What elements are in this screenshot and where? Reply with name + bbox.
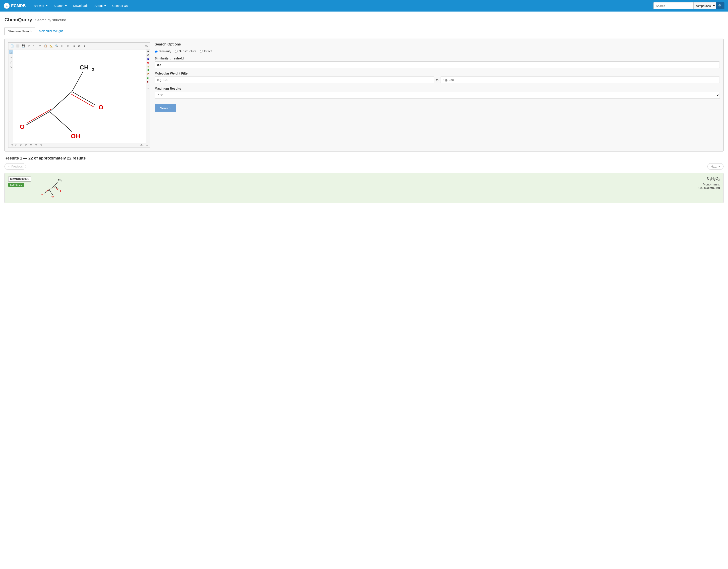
settings-button[interactable]: ⚙: [76, 43, 81, 48]
pagination-bar: ← Previous Next →: [4, 163, 724, 170]
zoom-out-tool[interactable]: -: [9, 75, 13, 79]
ring-tool-2[interactable]: ⬡: [20, 144, 23, 147]
tab-structure-search[interactable]: Structure Search: [4, 28, 35, 35]
paste-button[interactable]: 📐: [49, 43, 53, 48]
nav-links: Browse Search Downloads About Contact Us: [31, 2, 653, 9]
result-molecule-svg: CH 3 O O OH: [37, 177, 73, 199]
similarity-threshold-input[interactable]: [155, 61, 720, 68]
mw-min-input[interactable]: [155, 77, 434, 83]
nav-about[interactable]: About: [92, 2, 109, 9]
search-input[interactable]: [653, 2, 693, 9]
info-button[interactable]: ℹ: [82, 43, 87, 48]
svg-text:CH: CH: [80, 64, 89, 71]
atom-F[interactable]: F: [147, 69, 149, 72]
hydrogen-button[interactable]: H≡: [71, 43, 76, 48]
ecmdb-logo-icon: E: [4, 3, 10, 9]
scroll-bottom[interactable]: ⬇: [145, 144, 149, 147]
bond-tool[interactable]: ╱: [9, 60, 13, 64]
prev-button[interactable]: ← Previous: [4, 163, 26, 170]
mw-to-label: to: [436, 78, 438, 82]
expand-bottom-icon[interactable]: ⬚: [10, 144, 13, 147]
atom-wildcard[interactable]: *: [148, 88, 149, 91]
brand-logo[interactable]: E ECMDB: [4, 3, 26, 9]
atom-H[interactable]: H: [147, 50, 149, 53]
svg-text:3: 3: [61, 180, 62, 182]
search-caret-icon: [65, 5, 67, 6]
ring-tool-1[interactable]: ⬡: [15, 144, 18, 147]
max-results-select[interactable]: 10 25 50 100 200 500: [155, 92, 720, 99]
browse-caret-icon: [46, 5, 47, 6]
nav-contact[interactable]: Contact Us: [110, 2, 130, 9]
radio-exact[interactable]: Exact: [200, 49, 212, 53]
collapse-icon[interactable]: ◁▷: [139, 144, 144, 147]
expand-button[interactable]: ◁▷: [144, 43, 149, 48]
max-results-group: Maximum Results 10 25 50 100 200 500: [155, 87, 720, 99]
mw-filter-row: to: [155, 77, 720, 83]
svg-text:E: E: [6, 4, 8, 8]
new-file-button[interactable]: 📄: [10, 43, 15, 48]
atom-map-button[interactable]: ⊕: [65, 43, 70, 48]
atom-S[interactable]: S: [147, 65, 149, 68]
sketcher-atom-panel: H C N O S F P Cl Br I *: [146, 49, 150, 143]
tab-molecular-weight[interactable]: Molecular Weight: [35, 28, 66, 35]
result-id-badge[interactable]: M2MDB000001: [8, 177, 31, 181]
svg-line-9: [26, 112, 50, 125]
grid-button[interactable]: ⊞: [60, 43, 65, 48]
eraser-tool[interactable]: ◇: [9, 55, 13, 59]
atom-P[interactable]: P: [147, 73, 149, 75]
svg-line-4: [72, 72, 83, 92]
svg-line-16: [54, 181, 58, 186]
svg-line-6: [71, 94, 94, 107]
redo-button[interactable]: ↪: [32, 43, 37, 48]
open-button[interactable]: ⬜: [15, 43, 20, 48]
ring-tool-5[interactable]: ⬡: [34, 144, 38, 147]
radio-substructure[interactable]: Substructure: [175, 49, 196, 53]
max-results-label: Maximum Results: [155, 87, 720, 90]
atom-I[interactable]: I: [148, 84, 148, 87]
next-button[interactable]: Next →: [707, 163, 724, 170]
search-button[interactable]: Search: [155, 104, 176, 112]
svg-line-20: [49, 186, 54, 190]
search-submit-button[interactable]: 🔍: [716, 2, 724, 9]
save-button[interactable]: 💾: [21, 43, 26, 48]
mw-filter-group: Molecular Weight Filter to: [155, 72, 720, 83]
similarity-threshold-label: Similarity threshold: [155, 57, 720, 60]
atom-Br[interactable]: Br: [147, 81, 149, 83]
sketcher-toolbar: 📄 ⬜ 💾 ↩ ↪ ✂ 📋 📐 🔍 ⊞ ⊕ H≡ ⚙ ℹ ◁▷: [8, 43, 150, 49]
copy-button[interactable]: 📋: [43, 43, 48, 48]
svg-text:3: 3: [92, 67, 94, 72]
svg-line-21: [44, 190, 49, 193]
nav-search[interactable]: Search: [51, 2, 69, 9]
mono-mass-value: 102.031694058: [698, 186, 720, 190]
chain-tool[interactable]: ∿: [9, 65, 13, 69]
brand-name: ECMDB: [11, 4, 26, 8]
radio-similarity[interactable]: Similarity: [155, 49, 171, 53]
sketcher-bottom-toolbar: ⬚ ⬡ ⬡ ⬠ ⬡ ⬡ ⬡ ◁▷ ⬇: [8, 143, 150, 148]
atom-O[interactable]: O: [147, 62, 149, 64]
search-options-title: Search Options: [155, 42, 720, 46]
mw-max-input[interactable]: [440, 77, 720, 83]
ring-tool-6[interactable]: ⬡: [39, 144, 43, 147]
search-category-select[interactable]: compounds enzymes reactions: [693, 2, 716, 9]
sketcher-body: ⬚ ◇ ╱ ∿ + - CH 3: [8, 49, 150, 143]
atom-Cl[interactable]: Cl: [147, 77, 149, 79]
navbar: E ECMDB Browse Search Downloads About Co…: [0, 0, 728, 12]
svg-text:OH: OH: [71, 133, 80, 140]
undo-button[interactable]: ↩: [26, 43, 31, 48]
ring-tool-3[interactable]: ⬠: [24, 144, 28, 147]
nav-downloads[interactable]: Downloads: [70, 2, 91, 9]
zoom-in-tool[interactable]: +: [9, 70, 13, 74]
svg-line-12: [50, 112, 72, 132]
score-badge: Score: 1.0: [8, 183, 24, 187]
zoom-button[interactable]: 🔍: [54, 43, 59, 48]
cut-button[interactable]: ✂: [37, 43, 42, 48]
nav-browse[interactable]: Browse: [31, 2, 50, 9]
ring-tool-4[interactable]: ⬡: [29, 144, 33, 147]
page-header: ChemQuery Search by structure: [0, 12, 728, 23]
molecular-sketcher[interactable]: 📄 ⬜ 💾 ↩ ↪ ✂ 📋 📐 🔍 ⊞ ⊕ H≡ ⚙ ℹ ◁▷: [8, 42, 150, 148]
result-id-section: M2MDB000001 Score: 1.0: [8, 177, 33, 187]
atom-N[interactable]: N: [147, 58, 149, 60]
sketcher-canvas[interactable]: CH 3 O O: [13, 49, 146, 143]
atom-C[interactable]: C: [147, 54, 149, 57]
select-tool[interactable]: ⬚: [9, 50, 13, 54]
